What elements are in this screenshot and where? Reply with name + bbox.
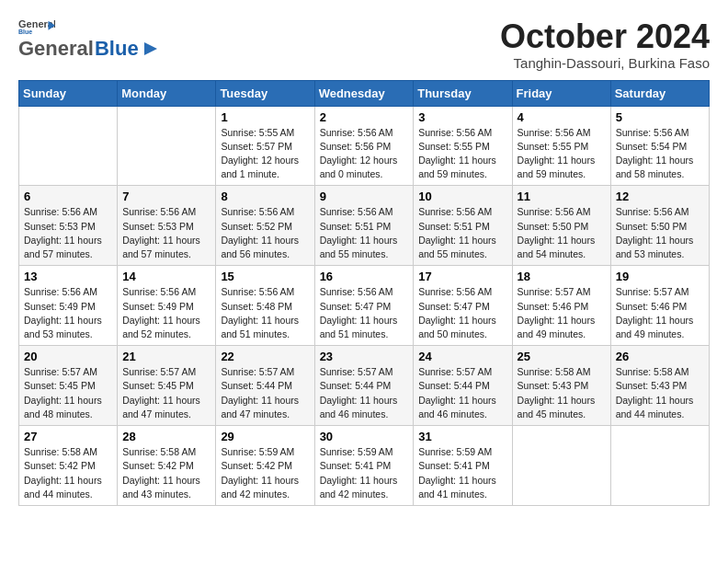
day-number: 15: [221, 270, 309, 283]
weekday-header-sunday: Sunday: [19, 80, 118, 106]
day-info: Sunrise: 5:55 AM Sunset: 5:57 PM Dayligh…: [221, 126, 309, 182]
location: Tanghin-Dassouri, Burkina Faso: [500, 55, 710, 71]
week-row-4: 20Sunrise: 5:57 AM Sunset: 5:45 PM Dayli…: [19, 346, 710, 426]
calendar-cell: 17Sunrise: 5:56 AM Sunset: 5:47 PM Dayli…: [414, 266, 512, 346]
calendar-cell: 5Sunrise: 5:56 AM Sunset: 5:54 PM Daylig…: [610, 106, 709, 186]
weekday-header-saturday: Saturday: [610, 80, 709, 106]
weekday-header-friday: Friday: [512, 80, 610, 106]
svg-marker-3: [144, 42, 157, 55]
week-row-3: 13Sunrise: 5:56 AM Sunset: 5:49 PM Dayli…: [19, 266, 710, 346]
day-number: 26: [616, 350, 704, 363]
calendar-cell: 18Sunrise: 5:57 AM Sunset: 5:46 PM Dayli…: [512, 266, 610, 346]
day-info: Sunrise: 5:56 AM Sunset: 5:52 PM Dayligh…: [221, 205, 309, 261]
day-number: 5: [616, 110, 704, 124]
calendar-cell: 30Sunrise: 5:59 AM Sunset: 5:41 PM Dayli…: [314, 426, 414, 506]
day-info: Sunrise: 5:56 AM Sunset: 5:55 PM Dayligh…: [418, 126, 506, 182]
calendar-cell: 8Sunrise: 5:56 AM Sunset: 5:52 PM Daylig…: [216, 186, 314, 266]
week-row-5: 27Sunrise: 5:58 AM Sunset: 5:42 PM Dayli…: [19, 426, 710, 506]
calendar-cell: 22Sunrise: 5:57 AM Sunset: 5:44 PM Dayli…: [216, 346, 314, 426]
calendar-cell: 16Sunrise: 5:56 AM Sunset: 5:47 PM Dayli…: [314, 266, 414, 346]
day-info: Sunrise: 5:56 AM Sunset: 5:55 PM Dayligh…: [518, 126, 606, 182]
day-info: Sunrise: 5:57 AM Sunset: 5:44 PM Dayligh…: [418, 365, 506, 421]
day-number: 28: [122, 430, 210, 443]
day-number: 8: [221, 190, 309, 203]
day-info: Sunrise: 5:57 AM Sunset: 5:45 PM Dayligh…: [24, 365, 112, 421]
day-info: Sunrise: 5:59 AM Sunset: 5:41 PM Dayligh…: [320, 445, 409, 501]
calendar-cell: 1Sunrise: 5:55 AM Sunset: 5:57 PM Daylig…: [216, 106, 314, 186]
week-row-2: 6Sunrise: 5:56 AM Sunset: 5:53 PM Daylig…: [19, 186, 710, 266]
day-number: 29: [221, 430, 309, 443]
day-info: Sunrise: 5:56 AM Sunset: 5:48 PM Dayligh…: [221, 285, 309, 341]
day-info: Sunrise: 5:56 AM Sunset: 5:53 PM Dayligh…: [122, 205, 210, 261]
day-number: 18: [518, 270, 606, 283]
day-info: Sunrise: 5:57 AM Sunset: 5:45 PM Dayligh…: [122, 365, 210, 421]
day-number: 20: [24, 350, 112, 363]
day-info: Sunrise: 5:59 AM Sunset: 5:42 PM Dayligh…: [221, 445, 309, 501]
weekday-header-thursday: Thursday: [414, 80, 512, 106]
calendar-cell: 6Sunrise: 5:56 AM Sunset: 5:53 PM Daylig…: [19, 186, 118, 266]
day-info: Sunrise: 5:57 AM Sunset: 5:44 PM Dayligh…: [221, 365, 309, 421]
day-info: Sunrise: 5:56 AM Sunset: 5:47 PM Dayligh…: [320, 285, 409, 341]
day-number: 12: [616, 190, 704, 203]
calendar-cell: 27Sunrise: 5:58 AM Sunset: 5:42 PM Dayli…: [19, 426, 118, 506]
calendar-table: SundayMondayTuesdayWednesdayThursdayFrid…: [18, 80, 710, 506]
day-info: Sunrise: 5:58 AM Sunset: 5:43 PM Dayligh…: [518, 365, 606, 421]
calendar-cell: 19Sunrise: 5:57 AM Sunset: 5:46 PM Dayli…: [610, 266, 709, 346]
calendar-cell: 31Sunrise: 5:59 AM Sunset: 5:41 PM Dayli…: [414, 426, 512, 506]
day-number: 14: [122, 270, 210, 283]
day-number: 10: [418, 190, 506, 203]
day-number: 27: [24, 430, 112, 443]
day-info: Sunrise: 5:59 AM Sunset: 5:41 PM Dayligh…: [418, 445, 506, 501]
calendar-cell: 4Sunrise: 5:56 AM Sunset: 5:55 PM Daylig…: [512, 106, 610, 186]
calendar-cell: 7Sunrise: 5:56 AM Sunset: 5:53 PM Daylig…: [118, 186, 216, 266]
logo-arrow-icon: [141, 39, 161, 59]
calendar-cell: 2Sunrise: 5:56 AM Sunset: 5:56 PM Daylig…: [314, 106, 414, 186]
day-number: 23: [320, 350, 409, 363]
day-number: 21: [122, 350, 210, 363]
day-number: 1: [221, 110, 309, 124]
calendar-cell: 25Sunrise: 5:58 AM Sunset: 5:43 PM Dayli…: [512, 346, 610, 426]
day-info: Sunrise: 5:56 AM Sunset: 5:49 PM Dayligh…: [122, 285, 210, 341]
day-number: 30: [320, 430, 409, 443]
week-row-1: 1Sunrise: 5:55 AM Sunset: 5:57 PM Daylig…: [19, 106, 710, 186]
day-info: Sunrise: 5:58 AM Sunset: 5:43 PM Dayligh…: [616, 365, 704, 421]
svg-text:Blue: Blue: [18, 29, 32, 35]
day-info: Sunrise: 5:56 AM Sunset: 5:51 PM Dayligh…: [320, 205, 409, 261]
day-info: Sunrise: 5:57 AM Sunset: 5:46 PM Dayligh…: [616, 285, 704, 341]
calendar-header-row: SundayMondayTuesdayWednesdayThursdayFrid…: [19, 80, 710, 106]
calendar-cell: 3Sunrise: 5:56 AM Sunset: 5:55 PM Daylig…: [414, 106, 512, 186]
day-info: Sunrise: 5:56 AM Sunset: 5:47 PM Dayligh…: [418, 285, 506, 341]
calendar-cell: 15Sunrise: 5:56 AM Sunset: 5:48 PM Dayli…: [216, 266, 314, 346]
calendar-cell: [610, 426, 709, 506]
day-number: 17: [418, 270, 506, 283]
logo-general: General: [18, 37, 94, 61]
day-number: 24: [418, 350, 506, 363]
calendar-cell: [19, 106, 118, 186]
calendar-cell: 11Sunrise: 5:56 AM Sunset: 5:50 PM Dayli…: [512, 186, 610, 266]
calendar-cell: 14Sunrise: 5:56 AM Sunset: 5:49 PM Dayli…: [118, 266, 216, 346]
day-number: 19: [616, 270, 704, 283]
day-number: 22: [221, 350, 309, 363]
day-info: Sunrise: 5:56 AM Sunset: 5:50 PM Dayligh…: [518, 205, 606, 261]
calendar-cell: 20Sunrise: 5:57 AM Sunset: 5:45 PM Dayli…: [19, 346, 118, 426]
calendar-cell: 23Sunrise: 5:57 AM Sunset: 5:44 PM Dayli…: [314, 346, 414, 426]
calendar-cell: 12Sunrise: 5:56 AM Sunset: 5:50 PM Dayli…: [610, 186, 709, 266]
calendar-cell: [512, 426, 610, 506]
calendar-cell: 26Sunrise: 5:58 AM Sunset: 5:43 PM Dayli…: [610, 346, 709, 426]
day-number: 2: [320, 110, 409, 124]
calendar-cell: [118, 106, 216, 186]
day-number: 13: [24, 270, 112, 283]
day-info: Sunrise: 5:56 AM Sunset: 5:53 PM Dayligh…: [24, 205, 112, 261]
day-number: 4: [518, 110, 606, 124]
day-info: Sunrise: 5:57 AM Sunset: 5:46 PM Dayligh…: [518, 285, 606, 341]
weekday-header-tuesday: Tuesday: [216, 80, 314, 106]
logo-blue: Blue: [95, 37, 139, 61]
calendar-cell: 13Sunrise: 5:56 AM Sunset: 5:49 PM Dayli…: [19, 266, 118, 346]
calendar-cell: 24Sunrise: 5:57 AM Sunset: 5:44 PM Dayli…: [414, 346, 512, 426]
day-number: 16: [320, 270, 409, 283]
calendar-cell: 9Sunrise: 5:56 AM Sunset: 5:51 PM Daylig…: [314, 186, 414, 266]
weekday-header-wednesday: Wednesday: [314, 80, 414, 106]
day-info: Sunrise: 5:56 AM Sunset: 5:56 PM Dayligh…: [320, 126, 409, 182]
logo: General Blue General Blue: [18, 18, 161, 61]
calendar-cell: 28Sunrise: 5:58 AM Sunset: 5:42 PM Dayli…: [118, 426, 216, 506]
